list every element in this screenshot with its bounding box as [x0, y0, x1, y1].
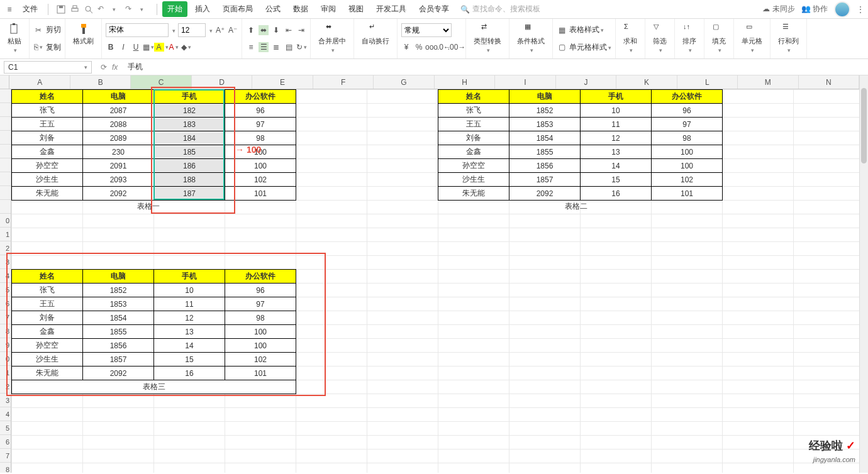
menu-vip[interactable]: 会员专享: [414, 1, 454, 17]
rowcol-button[interactable]: ☰行和列: [774, 21, 803, 55]
cell[interactable]: 1856: [509, 159, 581, 173]
cut-icon[interactable]: ✂: [33, 25, 43, 35]
print-icon[interactable]: [70, 4, 80, 14]
command-search[interactable]: 🔍 查找命令、搜索模板: [457, 3, 582, 16]
col-k[interactable]: K: [616, 75, 677, 89]
align-top-icon[interactable]: ⬆: [246, 25, 256, 35]
hdr-office[interactable]: 办公软件: [652, 90, 723, 104]
col-e[interactable]: E: [252, 75, 313, 89]
cell[interactable]: 王五: [438, 118, 509, 131]
cell[interactable]: 186: [154, 159, 225, 173]
row-28[interactable]: 8: [0, 463, 11, 473]
row-10[interactable]: 0: [0, 214, 11, 228]
cell[interactable]: 1857: [509, 173, 581, 187]
cell[interactable]: 1855: [83, 325, 154, 339]
wrap-text-button[interactable]: ↵自动换行: [358, 21, 393, 47]
menu-view[interactable]: 视图: [343, 1, 369, 17]
cell[interactable]: 朱无能: [12, 367, 83, 380]
redo-icon[interactable]: ↷: [125, 4, 135, 14]
hdr-office[interactable]: 办公软件: [225, 90, 296, 104]
justify-icon[interactable]: ▤: [284, 42, 294, 52]
row-17[interactable]: 7: [0, 311, 11, 324]
fx-icon[interactable]: fx: [112, 63, 118, 72]
cell[interactable]: 2089: [83, 131, 154, 145]
col-j[interactable]: J: [556, 75, 616, 89]
cell[interactable]: 孙空空: [12, 159, 83, 173]
cell[interactable]: 王五: [12, 297, 83, 311]
col-b[interactable]: B: [70, 75, 131, 89]
merge-center-button[interactable]: ⬌合并居中: [314, 21, 350, 55]
row-8[interactable]: [0, 186, 11, 200]
menu-review[interactable]: 审阅: [316, 1, 341, 17]
row-24[interactable]: 4: [0, 407, 11, 421]
cell[interactable]: 96: [652, 104, 723, 118]
menu-formula[interactable]: 公式: [260, 1, 286, 17]
align-center-icon[interactable]: ☰: [259, 42, 269, 52]
sort-button[interactable]: ↓↑排序: [679, 21, 700, 55]
cell[interactable]: 2087: [83, 104, 154, 118]
col-m[interactable]: M: [738, 75, 798, 89]
table-style-button[interactable]: 表格样式: [569, 25, 604, 35]
cell[interactable]: 刘备: [12, 131, 83, 145]
cell[interactable]: 184: [154, 131, 225, 145]
cell[interactable]: 12: [581, 131, 652, 145]
hdr-name[interactable]: 姓名: [12, 90, 83, 104]
row-6[interactable]: [0, 158, 11, 172]
bold-button[interactable]: B: [106, 42, 116, 52]
col-i[interactable]: I: [495, 75, 555, 89]
cell[interactable]: 张飞: [12, 284, 83, 297]
row-27[interactable]: 7: [0, 449, 11, 463]
decrease-font-icon[interactable]: A⁻: [228, 25, 238, 35]
cell[interactable]: 98: [225, 311, 296, 325]
cell[interactable]: 张飞: [12, 104, 83, 118]
cell[interactable]: 188: [154, 173, 225, 187]
cut-button[interactable]: 剪切: [46, 25, 61, 35]
cell[interactable]: 刘备: [438, 131, 509, 145]
hdr-pc[interactable]: 电脑: [83, 90, 154, 104]
cell[interactable]: 孙空空: [438, 159, 509, 173]
align-left-icon[interactable]: ≡: [246, 42, 256, 52]
align-right-icon[interactable]: ≣: [271, 42, 281, 52]
hdr-office[interactable]: 办公软件: [225, 270, 296, 284]
type-convert-button[interactable]: ⇄类型转换: [470, 21, 505, 55]
hdr-pc[interactable]: 电脑: [509, 90, 581, 104]
filter-button[interactable]: ▽筛选: [649, 21, 670, 55]
cell[interactable]: 16: [154, 367, 225, 380]
cancel-fx-icon[interactable]: ⟳: [101, 63, 107, 72]
indent-left-icon[interactable]: ⇤: [284, 25, 294, 35]
cell[interactable]: 1852: [509, 104, 581, 118]
cell[interactable]: 100: [652, 159, 723, 173]
cell[interactable]: 98: [225, 131, 296, 145]
fill-button[interactable]: ▢填充: [708, 21, 730, 55]
cell[interactable]: 11: [581, 118, 652, 131]
font-size-combo[interactable]: [178, 23, 206, 37]
hdr-pc[interactable]: 电脑: [83, 270, 154, 284]
cell[interactable]: 沙生生: [12, 353, 83, 367]
cell[interactable]: 98: [652, 131, 723, 145]
sync-status[interactable]: ☁ 未同步: [762, 4, 794, 14]
currency-icon[interactable]: ¥: [401, 42, 411, 52]
cell[interactable]: 孙空空: [12, 339, 83, 353]
cell[interactable]: 182: [154, 104, 225, 118]
hdr-phone[interactable]: 手机: [581, 90, 652, 104]
cell[interactable]: 1855: [509, 145, 581, 159]
cell[interactable]: 11: [154, 297, 225, 311]
row-3[interactable]: [0, 117, 11, 131]
row-16[interactable]: 6: [0, 297, 11, 311]
cell[interactable]: 185: [154, 145, 225, 159]
paste-button[interactable]: 粘贴: [4, 21, 25, 55]
cell[interactable]: 183: [154, 118, 225, 131]
cell[interactable]: 13: [581, 145, 652, 159]
scroll-thumb[interactable]: [861, 88, 867, 163]
cell[interactable]: 16: [581, 187, 652, 201]
cell[interactable]: 1853: [83, 297, 154, 311]
hdr-name[interactable]: 姓名: [12, 270, 83, 284]
undo-icon[interactable]: ↶: [97, 4, 108, 14]
row-14[interactable]: 4: [0, 269, 11, 283]
cell[interactable]: 2092: [83, 187, 154, 201]
col-h[interactable]: H: [435, 75, 495, 89]
align-bottom-icon[interactable]: ⬇: [271, 25, 281, 35]
cell[interactable]: 101: [225, 367, 296, 380]
cell[interactable]: 100: [225, 339, 296, 353]
hdr-phone[interactable]: 手机: [154, 270, 225, 284]
